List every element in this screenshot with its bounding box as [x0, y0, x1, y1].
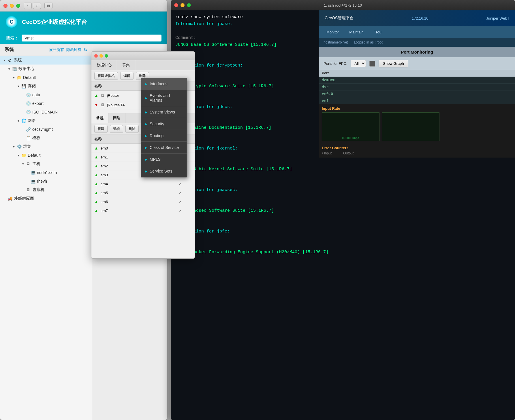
- vm-net-row-em5[interactable]: ▲ em5 ✓: [91, 188, 195, 197]
- vm-net-row-em7[interactable]: ▲ em7 ✓: [91, 206, 195, 215]
- sidebar-label-node1: node1.com: [37, 170, 90, 175]
- system-icon: ⊙: [7, 57, 13, 63]
- sidebar-item-vm[interactable]: 🖥 虚拟机: [0, 186, 92, 194]
- sidebar-item-storage[interactable]: ▼ 💾 存储: [0, 82, 92, 90]
- edit-net-button[interactable]: 编辑: [110, 125, 123, 133]
- chevron-down-icon: ▼: [12, 144, 16, 149]
- net-plugged-em6: ✓: [169, 200, 192, 204]
- tab-network[interactable]: 网络: [108, 113, 125, 123]
- sidebar-item-default1[interactable]: ▼ 📁 Default: [0, 73, 92, 82]
- juniper-ip-label: 172.16.10: [412, 16, 428, 20]
- vm-net-row-em6[interactable]: ▲ em6 ✓: [91, 197, 195, 206]
- sidebar-item-external[interactable]: 🚚 外部供应商: [0, 194, 92, 203]
- sidebar-item-rhevh[interactable]: 💻 rhevh: [0, 177, 92, 186]
- back-button[interactable]: ‹: [24, 3, 32, 9]
- leaf-icon: [25, 179, 30, 183]
- sidebar-label-template: 模板: [32, 135, 90, 141]
- status-up-icon: ▲: [94, 155, 98, 159]
- traffic-lights: [3, 4, 20, 8]
- menu-item-interfaces[interactable]: ▶ Interfaces: [141, 78, 187, 90]
- tab-datacenter[interactable]: 数据中心: [91, 60, 117, 70]
- vm-tabs: 数据中心 群集: [91, 60, 195, 70]
- menu-label-servicesets: Service Sets: [150, 169, 172, 173]
- vm-net-row-em4[interactable]: ▲ em4 ✓: [91, 179, 195, 188]
- expand-all-button[interactable]: 展开所有: [49, 47, 64, 52]
- terminal-minimize-button[interactable]: [181, 3, 185, 7]
- sidebar-item-template[interactable]: 📋 模板: [0, 134, 92, 142]
- menu-item-cos[interactable]: ▶ Class of Service: [141, 142, 187, 154]
- sidebar-item-host[interactable]: ▼ 🖥 主机: [0, 160, 92, 168]
- sidebar-item-cluster[interactable]: ▼ ⚙️ 群集: [0, 142, 92, 151]
- refresh-icon[interactable]: ↻: [84, 47, 87, 52]
- node-icon: 💻: [30, 178, 36, 184]
- tab-cluster[interactable]: 群集: [117, 60, 135, 70]
- logged-as-label: Logged in as : root: [354, 40, 382, 44]
- terminal-title: 1. ssh root@172.16.10: [324, 3, 362, 7]
- term-line-comment4: Comment:: [175, 159, 510, 166]
- port-row-dsc: dsc: [319, 84, 515, 90]
- net-plugged-em4: ✓: [169, 182, 192, 186]
- layout-button[interactable]: ⊞: [44, 3, 52, 9]
- sidebar-item-default2[interactable]: ▼ 📁 Default: [0, 151, 92, 160]
- sidebar-label-host: 主机: [32, 161, 90, 167]
- chevron-down-icon: ▼: [21, 162, 25, 166]
- maximize-button[interactable]: [16, 4, 20, 8]
- sidebar-item-iso[interactable]: 💿 ISO_DOMAIN: [0, 108, 92, 116]
- storage-icon: 💾: [21, 83, 27, 89]
- forward-button[interactable]: ›: [33, 3, 41, 9]
- chevron-down-icon: ▼: [2, 58, 7, 63]
- sidebar-label-iso: ISO_DOMAIN: [32, 110, 90, 114]
- menu-item-routing[interactable]: ▶ Routing: [141, 130, 187, 142]
- menu-item-events[interactable]: ▶ Events and Alarms: [141, 90, 187, 106]
- rate-value-1: 0.000 Kbps: [342, 137, 359, 140]
- vm-maximize-button[interactable]: [105, 54, 108, 58]
- vm-traffic-lights: [94, 54, 108, 58]
- sidebar-item-cecsvmgmt[interactable]: 🔗 cecsvmgmt: [0, 125, 92, 134]
- menu-label-sysview: System Views: [150, 110, 175, 114]
- terminal-maximize-button[interactable]: [187, 3, 191, 7]
- terminal-close-button[interactable]: [174, 3, 178, 7]
- status-up-icon: ▲: [94, 181, 98, 186]
- search-label: 搜索：: [6, 35, 19, 41]
- sidebar-item-datacenter[interactable]: ▼ 🏢 数据中心: [0, 65, 92, 73]
- new-vm-button[interactable]: 新建虚拟机: [94, 72, 118, 80]
- status-up-icon: ▲: [94, 208, 98, 213]
- menu-arrow-icon: ▶: [145, 158, 147, 161]
- close-button[interactable]: [3, 4, 7, 8]
- ports-fpc-select[interactable]: All: [351, 60, 366, 67]
- sidebar-label-vm: 虚拟机: [32, 187, 90, 192]
- sidebar-label-export: export: [32, 101, 90, 106]
- sidebar-item-data[interactable]: 💿 data: [0, 90, 92, 99]
- port-table-header: Port: [319, 70, 515, 77]
- search-input[interactable]: Vms:: [22, 35, 161, 41]
- show-graph-button[interactable]: Show Graph: [379, 60, 408, 67]
- menu-item-mpls[interactable]: ▶ MPLS: [141, 154, 187, 165]
- datacenter-icon: 🏢: [12, 66, 17, 72]
- new-net-button[interactable]: 新建: [94, 125, 108, 133]
- menu-item-security[interactable]: ▶ Security: [141, 118, 187, 130]
- tab-general[interactable]: 常规: [91, 113, 108, 123]
- hide-all-button[interactable]: 隐藏所有: [66, 47, 81, 52]
- sidebar-item-export[interactable]: 💿 export: [0, 99, 92, 108]
- term-line-jmacsec-header: Information for jmacsec:: [175, 187, 510, 194]
- leaf-icon: [21, 101, 25, 106]
- vm-close-button[interactable]: [94, 54, 98, 58]
- nav-trou[interactable]: Trou: [369, 28, 386, 36]
- nav-monitor[interactable]: Monitor: [322, 28, 343, 36]
- sidebar-controls: 展开所有 隐藏所有 ↻: [49, 47, 87, 52]
- chevron-down-icon: ▼: [16, 153, 21, 158]
- delete-net-button[interactable]: 删除: [125, 125, 139, 133]
- menu-label-events: Events and Alarms: [150, 93, 183, 103]
- minimize-button[interactable]: [10, 4, 14, 8]
- sidebar-item-system[interactable]: ▼ ⊙ 系统: [0, 56, 92, 65]
- menu-item-sysview[interactable]: ▶ System Views: [141, 106, 187, 118]
- port-checkbox[interactable]: [369, 61, 375, 67]
- sidebar-item-network[interactable]: ▼ 🌐 网络: [0, 116, 92, 125]
- menu-arrow-icon: ▶: [145, 122, 147, 126]
- network-icon: 🌐: [21, 118, 27, 124]
- edit-vm-button[interactable]: 编辑: [120, 72, 134, 80]
- nav-maintain[interactable]: Maintain: [345, 28, 368, 36]
- sidebar-item-node1[interactable]: 💻 node1.com: [0, 168, 92, 177]
- menu-item-servicesets[interactable]: ▶ Service Sets: [141, 165, 187, 177]
- vm-minimize-button[interactable]: [99, 54, 103, 58]
